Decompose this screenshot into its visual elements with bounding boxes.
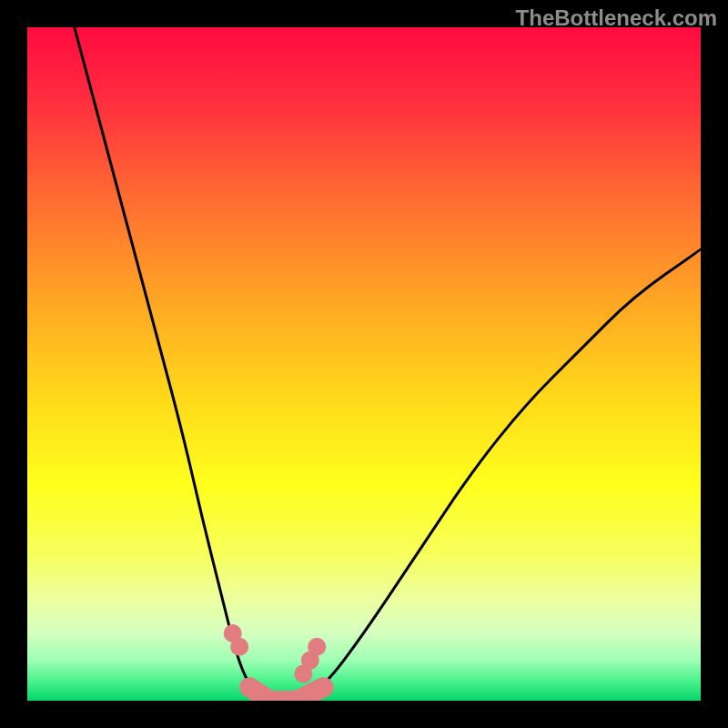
zero-bottleneck-band [249,687,323,701]
bottleneck-curve [75,27,701,701]
outer-frame: TheBottleneck.com [0,0,728,728]
plot-area [27,27,701,701]
chart-svg [27,27,701,701]
measured-points-group [224,624,327,682]
measured-point [230,638,248,656]
measured-point [308,638,326,656]
watermark-text: TheBottleneck.com [516,5,717,31]
